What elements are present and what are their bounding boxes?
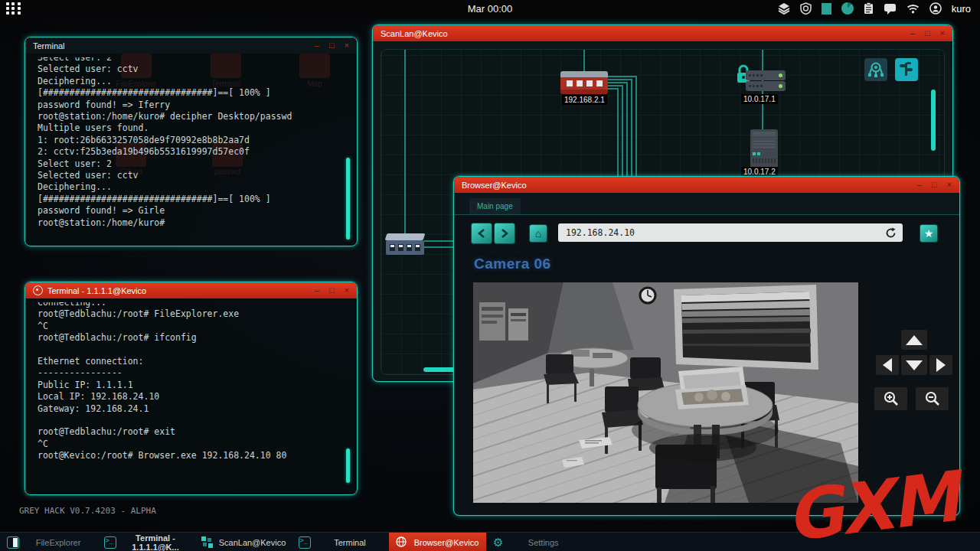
- terminal-icon: [104, 536, 116, 549]
- terminal-line: root@Tedblachu:/root# FileExplorer.exe: [38, 308, 341, 320]
- terminal-line: Select user: 2: [38, 57, 341, 64]
- server-node[interactable]: [746, 70, 786, 80]
- maximize-button[interactable]: □: [932, 177, 937, 193]
- server-led: [779, 73, 782, 77]
- taskbar: FileExplorer Terminal - 1.1.1.1@K... Sca…: [0, 532, 980, 551]
- camera-right-button[interactable]: [929, 355, 952, 375]
- globe-icon: [396, 536, 407, 549]
- chevron-left-icon: [476, 228, 487, 239]
- terminal-line: root@Tedblachu:/root# ifconfig: [38, 332, 341, 344]
- computer-node[interactable]: [750, 129, 778, 169]
- chat-icon[interactable]: [884, 3, 897, 15]
- terminal-line: 1: root:26b6633257058de9f70992e8b8b2aa7d: [38, 135, 341, 146]
- terminal-line: [################################]==[ 10…: [38, 87, 341, 99]
- switch-node[interactable]: [386, 233, 424, 255]
- server-led: [779, 84, 782, 88]
- terminal-scrollbar[interactable]: [346, 448, 350, 483]
- back-button[interactable]: [471, 223, 492, 244]
- refresh-icon[interactable]: [885, 227, 897, 239]
- terminal-line: 2: cctv:f25b3eda19b496b5531619997d57ec0f: [38, 146, 341, 158]
- cpu-indicator[interactable]: [841, 2, 854, 15]
- terminal-line: Gateway: 192.168.24.1: [38, 403, 341, 415]
- terminal-output[interactable]: Connecting...root@Tedblachu:/root# FileE…: [38, 302, 341, 491]
- terminal-window: Terminal – □ × Select user: 2Selected us…: [24, 37, 358, 246]
- terminal-output[interactable]: Select user: 2Selected user: cctvDeciphe…: [38, 57, 341, 243]
- wifi-icon[interactable]: [906, 4, 920, 14]
- terminal-line: Public IP: 1.1.1.1: [38, 380, 341, 391]
- minimize-button[interactable]: –: [315, 37, 319, 54]
- close-button[interactable]: ×: [940, 25, 945, 41]
- tab-main-page[interactable]: Main page: [469, 198, 521, 214]
- taskbar-item-terminal-remote[interactable]: Terminal - 1.1.1.1@K...: [97, 533, 194, 551]
- zoom-out-button[interactable]: [916, 387, 949, 410]
- signpost-icon: [898, 61, 915, 78]
- address-input[interactable]: [558, 227, 885, 239]
- arrow-right-icon: [936, 358, 946, 372]
- username-label[interactable]: kuro: [952, 3, 971, 15]
- minimize-button[interactable]: –: [315, 282, 319, 298]
- terminal-line: Selected user: cctv: [38, 170, 341, 181]
- magnifier-plus-icon: [883, 390, 900, 407]
- top-bar: Mar 00:00 kuro: [0, 0, 980, 17]
- taskbar-item-browser[interactable]: Browser@Kevico: [389, 533, 486, 551]
- terminal-line: Deciphering...: [38, 181, 341, 193]
- taskbar-item-terminal[interactable]: Terminal: [292, 533, 389, 551]
- game-version-text: GREY HACK V0.7.4203 - ALPHA: [19, 506, 156, 516]
- maximize-button[interactable]: □: [925, 25, 930, 41]
- shield-icon[interactable]: [800, 2, 812, 15]
- scanlan-titlebar[interactable]: ScanLan@Kevico – □ ×: [373, 25, 952, 41]
- terminal-line: password found! => Iferry: [38, 99, 341, 111]
- layers-icon[interactable]: [778, 2, 790, 15]
- remote-terminal-window: Terminal - 1.1.1.1@Kevico – □ × Connecti…: [24, 282, 358, 495]
- browser-tabstrip: Main page: [454, 193, 959, 215]
- home-button[interactable]: ⌂: [529, 224, 547, 243]
- maximize-button[interactable]: □: [329, 37, 335, 54]
- taskbar-item-fileexplorer[interactable]: FileExplorer: [0, 533, 97, 551]
- browser-window: Browser@Kevico – □ × Main page ⌂: [453, 176, 960, 516]
- map-vertical-scrollbar[interactable]: [931, 90, 936, 151]
- minimize-button[interactable]: –: [910, 25, 915, 41]
- terminal-line: Local IP: 192.168.24.10: [38, 391, 341, 403]
- camera-feed-image: [473, 282, 858, 503]
- terminal-scrollbar[interactable]: [346, 158, 350, 240]
- bookmark-button[interactable]: ★: [920, 224, 938, 243]
- arrow-up-icon: [906, 335, 923, 345]
- arrow-down-icon: [906, 360, 923, 370]
- terminal-line: Ethernet connection:: [38, 356, 341, 367]
- close-button[interactable]: ×: [345, 282, 349, 298]
- camera-down-button[interactable]: [901, 355, 927, 375]
- camera-up-button[interactable]: [901, 330, 927, 350]
- terminal-line: [38, 415, 341, 426]
- clipboard-icon[interactable]: [864, 2, 874, 15]
- memory-indicator[interactable]: [822, 3, 831, 15]
- terminal-line: root@Tedblachu:/root# exit: [38, 426, 341, 438]
- server-node[interactable]: [746, 81, 786, 91]
- taskbar-item-scanlan[interactable]: ScanLan@Kevico: [194, 533, 292, 551]
- network-eye-icon: [867, 61, 884, 78]
- user-avatar-icon[interactable]: [929, 2, 942, 15]
- minimize-button[interactable]: –: [917, 177, 922, 193]
- gear-icon: ⚙: [493, 536, 503, 548]
- camera-left-button[interactable]: [876, 355, 899, 375]
- filter-button[interactable]: [895, 58, 918, 81]
- close-button[interactable]: ×: [947, 177, 952, 193]
- remote-terminal-titlebar[interactable]: Terminal - 1.1.1.1@Kevico – □ ×: [25, 282, 357, 298]
- terminal-line: root@Kevico:/root# Browser.exe 192.168.2…: [38, 450, 341, 461]
- router-node[interactable]: [560, 71, 608, 94]
- terminal-line: Connecting...: [38, 302, 341, 308]
- browser-titlebar[interactable]: Browser@Kevico – □ ×: [454, 177, 959, 193]
- maximize-button[interactable]: □: [329, 282, 335, 298]
- terminal-line: ----------------: [38, 367, 341, 379]
- terminal-icon: [299, 536, 311, 549]
- server-ip-label: 10.0.17.1: [741, 94, 778, 104]
- terminal-titlebar[interactable]: Terminal – □ ×: [25, 37, 357, 54]
- router-ip-label: 192.168.2.1: [562, 95, 607, 105]
- forward-button[interactable]: [494, 223, 515, 244]
- close-button[interactable]: ×: [345, 37, 349, 54]
- terminal-line: root@station:/home/kuro#: [38, 217, 341, 229]
- taskbar-item-settings[interactable]: ⚙ Settings: [486, 533, 583, 551]
- remote-terminal-title: Terminal - 1.1.1.1@Kevico: [47, 286, 146, 295]
- scan-mode-button[interactable]: [864, 58, 887, 81]
- zoom-in-button[interactable]: [874, 387, 907, 410]
- terminal-line: Deciphering...: [38, 76, 341, 87]
